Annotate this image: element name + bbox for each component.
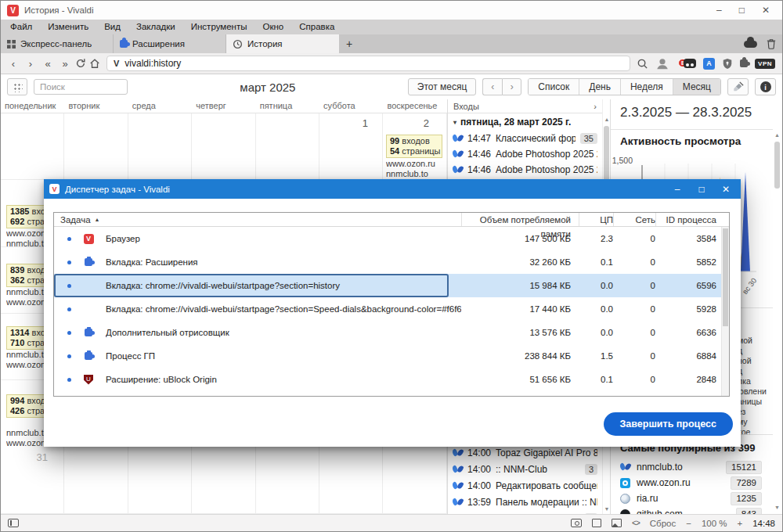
weekday-label: вторник [64,99,128,113]
sort-asc-icon: ▲ [95,217,100,222]
tab-history[interactable]: История [226,34,339,53]
site-favicon-icon [453,481,463,491]
tab-extensions[interactable]: Расширения [114,34,226,53]
popular-site-row[interactable]: www.ozon.ru 7289 [620,475,762,491]
popular-site-row[interactable]: ria.ru 1235 [620,491,762,506]
clear-history-button[interactable] [727,78,749,95]
window-minimize-button[interactable]: – [716,5,722,16]
capture-icon[interactable] [571,519,582,527]
image-toggle-icon[interactable] [612,519,622,527]
history-entry[interactable]: 14:00 Редактировать сообщение :... [448,477,602,494]
zoom-out-button[interactable]: − [686,519,691,528]
rewind-button[interactable]: « [41,58,55,70]
column-task[interactable]: Задача ▲ [54,215,461,225]
scrollbar-thumb[interactable] [604,126,609,181]
reload-icon[interactable] [75,58,86,69]
view-list-button[interactable]: Список [529,79,579,95]
entry-time: 14:00 [467,464,491,475]
entries-list-top: 14:47 Классический форум-т... 35 14:46 A… [448,131,602,178]
process-row[interactable]: Браузер 147 500 КБ 2.3 0 3584 [54,227,729,250]
window-maximize-button[interactable]: □ [739,5,745,16]
history-entry[interactable]: 14:46 Adobe Photoshop 2025 26.5.... [448,162,602,178]
process-row[interactable]: Вкладка: chrome://vivaldi-webui/startpag… [54,274,729,297]
process-row[interactable]: Процесс ГП 238 844 КБ 1.5 0 6884 [54,344,729,368]
popular-site-row[interactable]: nnmclub.to 15121 [620,459,762,475]
shield-icon[interactable] [722,58,733,70]
page-actions-icon[interactable] [592,519,601,527]
visit-count-badge: 1235 [731,492,762,505]
column-cpu[interactable]: ЦП [579,213,613,226]
bullet-icon [67,261,71,264]
entries-day-header[interactable]: ▾ пятница, 28 март 2025 г. [453,117,571,128]
zoom-in-button[interactable]: + [738,519,743,528]
scrollbar-thumb[interactable] [723,228,728,326]
page-source-icon[interactable]: <> [632,519,640,527]
new-tab-button[interactable]: + [339,34,359,53]
search-icon[interactable] [637,58,648,70]
process-row[interactable]: Вкладка: chrome://vivaldi-webui/startpag… [54,297,729,321]
end-process-button[interactable]: Завершить процесс [604,412,733,436]
history-entry[interactable]: 13:59 Панель модерации :: NNM-... [448,494,602,510]
menu-item[interactable]: Закладки [128,20,183,34]
view-week-button[interactable]: Неделя [621,79,673,95]
day-number-31[interactable]: 31 [1,451,57,463]
view-grid-button[interactable] [7,78,27,95]
extensions-menu-icon[interactable] [740,59,748,67]
menu-item[interactable]: Изменить [40,20,96,34]
calendar-day-summary[interactable]: 99 входов 54 страницы [386,135,442,158]
scrollbar-thumb[interactable] [774,142,780,189]
view-month-button[interactable]: Месяц [673,79,720,95]
url-field[interactable]: V vivaldi:history [106,56,630,71]
scroll-down-icon[interactable]: ▼ [773,505,781,510]
back-button[interactable]: ‹ [6,58,20,70]
history-entry[interactable]: 14:47 Классический форум-т... 35 [448,131,602,146]
process-row[interactable]: Вкладка: Расширения 32 260 КБ 0.1 0 5852 [54,250,729,274]
calendar-day-links[interactable]: www.ozon.runnmclub.to [386,159,446,179]
home-icon[interactable] [89,58,100,69]
trash-icon[interactable] [767,38,776,49]
profile-avatar-icon[interactable] [655,56,669,70]
menu-item[interactable]: Инструменты [183,20,255,34]
stats-scrollbar[interactable]: ▲ ▼ [773,99,781,514]
task-memory: 32 260 КБ [461,257,579,267]
column-memory[interactable]: Объем потребляемой памяти [461,213,579,226]
table-scrollbar[interactable] [721,227,729,396]
zoom-reset-button[interactable]: Сброс [650,519,676,528]
tab-speed-dial[interactable]: Экспресс-панель [1,34,114,53]
expand-panel-icon[interactable]: › [594,102,597,111]
menu-item[interactable]: Справка [291,20,342,34]
view-day-button[interactable]: День [579,79,621,95]
menu-item[interactable]: Вид [96,20,128,34]
history-search-input[interactable] [34,79,128,95]
dialog-title-bar[interactable]: V Диспетчер задач - Vivaldi – □ ✕ [44,179,741,199]
process-row[interactable]: Расширение: uBlock Origin 51 656 КБ 0.1 … [54,368,729,391]
next-month-button[interactable]: › [502,78,521,95]
site-favicon-icon [453,149,463,159]
history-entry[interactable]: 14:00 Topaz Gigapixel AI Pro 8.3.3 ... [448,444,602,461]
dialog-close-button[interactable]: ✕ [716,184,735,195]
vivaldi-page-icon: V [114,59,119,68]
window-close-button[interactable]: ✕ [762,5,770,16]
history-entry[interactable]: 14:46 Adobe Photoshop 2025 26.5.... [448,146,602,162]
dialog-maximize-button[interactable]: □ [692,184,711,195]
fast-forward-button[interactable]: » [58,58,72,70]
forward-button[interactable]: › [23,58,38,70]
info-button[interactable] [755,78,776,95]
dialog-minimize-button[interactable]: – [668,184,687,195]
history-entry[interactable]: 14:00 :: NNM-Club 3 [448,461,602,477]
scroll-up-icon[interactable]: ▲ [773,132,781,138]
menu-item[interactable]: Окно [254,20,291,34]
menu-item[interactable]: Файл [2,20,40,34]
column-network[interactable]: Сеть [613,213,655,226]
day-number-2[interactable]: 2 [384,117,440,129]
this-month-button[interactable]: Этот месяц [408,78,477,95]
sync-cloud-icon[interactable] [744,41,757,48]
vpn-badge[interactable]: VPN [755,59,775,69]
column-pid[interactable]: ID процесса [655,213,729,226]
mask-extension-icon[interactable] [684,59,696,68]
prev-month-button[interactable]: ‹ [482,78,502,95]
translate-extension-icon[interactable] [703,58,715,70]
panel-toggle-icon[interactable] [8,519,19,527]
process-row[interactable]: Дополнительный отрисовщик 13 576 КБ 0.0 … [54,321,729,344]
day-number-1[interactable]: 1 [319,117,376,129]
